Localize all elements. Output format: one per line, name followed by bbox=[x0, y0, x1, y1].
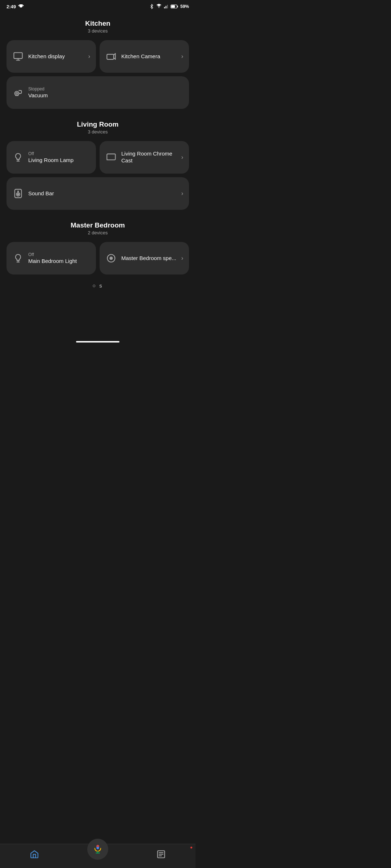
signal-icon bbox=[164, 4, 169, 9]
chevron-icon: › bbox=[88, 53, 90, 60]
vacuum-status: Stopped bbox=[28, 86, 183, 92]
kitchen-camera-name: Kitchen Camera bbox=[121, 53, 177, 60]
section-kitchen-title: Kitchen bbox=[0, 20, 196, 27]
living-room-lamp-info: Off Living Room Lamp bbox=[28, 151, 90, 164]
svg-rect-15 bbox=[107, 154, 115, 160]
svg-rect-2 bbox=[167, 5, 168, 8]
chevron-icon: › bbox=[181, 154, 183, 161]
svg-point-11 bbox=[15, 92, 19, 96]
living-room-lamp-card[interactable]: Off Living Room Lamp bbox=[7, 141, 96, 174]
master-bedroom-speaker-info: Master Bedroom spe... bbox=[121, 255, 177, 262]
bulb-icon bbox=[12, 152, 24, 163]
vacuum-name: Vacuum bbox=[28, 92, 183, 99]
section-masterbedroom-subtitle: 2 devices bbox=[0, 230, 196, 235]
section-masterbedroom-title: Master Bedroom bbox=[0, 221, 196, 229]
battery-icon bbox=[171, 4, 178, 9]
bulb-icon bbox=[12, 252, 24, 264]
livingroom-grid: Off Living Room Lamp Living Room Chrome … bbox=[0, 137, 196, 213]
status-right: 59% bbox=[149, 4, 189, 9]
section-livingroom-title: Living Room bbox=[0, 120, 196, 128]
battery-percent: 59% bbox=[180, 4, 189, 9]
section-kitchen-subtitle: 3 devices bbox=[0, 28, 196, 34]
bluetooth-icon bbox=[149, 4, 154, 9]
section-livingroom-header: Living Room 3 devices bbox=[0, 112, 196, 137]
monitor-icon bbox=[12, 51, 24, 62]
vacuum-info: Stopped Vacuum bbox=[28, 86, 183, 99]
kitchen-display-name: Kitchen display bbox=[28, 53, 84, 60]
living-room-lamp-name: Living Room Lamp bbox=[28, 157, 90, 164]
svg-rect-0 bbox=[164, 7, 165, 8]
time-display: 2:49 bbox=[7, 4, 16, 9]
master-bedroom-speaker-name: Master Bedroom spe... bbox=[121, 255, 177, 262]
kitchen-camera-info: Kitchen Camera bbox=[121, 53, 177, 60]
section-masterbedroom-header: Master Bedroom 2 devices bbox=[0, 213, 196, 238]
svg-rect-6 bbox=[14, 53, 22, 59]
chevron-icon: › bbox=[181, 190, 183, 197]
sound-bar-card[interactable]: Sound Bar › bbox=[7, 177, 189, 210]
svg-rect-4 bbox=[171, 5, 175, 8]
main-content: Kitchen 3 devices Kitchen display › Kitc… bbox=[0, 12, 196, 338]
speaker-icon bbox=[12, 188, 24, 199]
sound-bar-info: Sound Bar bbox=[28, 190, 177, 197]
section-livingroom-subtitle: 3 devices bbox=[0, 129, 196, 135]
chromecast-card[interactable]: Living Room Chrome Cast › bbox=[100, 141, 189, 174]
main-bedroom-light-info: Off Main Bedroom Light bbox=[28, 252, 90, 265]
main-bedroom-light-card[interactable]: Off Main Bedroom Light bbox=[7, 242, 96, 275]
chromecast-info: Living Room Chrome Cast bbox=[121, 150, 177, 164]
section-kitchen-header: Kitchen 3 devices bbox=[0, 12, 196, 37]
chromecast-icon bbox=[105, 152, 117, 163]
status-bar: 2:49 59% bbox=[0, 0, 196, 12]
wifi-icon bbox=[156, 4, 162, 9]
kitchen-camera-card[interactable]: Kitchen Camera › bbox=[100, 40, 189, 73]
svg-rect-9 bbox=[107, 54, 114, 59]
svg-rect-5 bbox=[177, 6, 178, 8]
status-left: 2:49 bbox=[7, 4, 24, 9]
chevron-icon: › bbox=[181, 255, 183, 261]
svg-point-19 bbox=[18, 191, 18, 192]
svg-point-18 bbox=[17, 194, 19, 195]
chevron-icon: › bbox=[181, 53, 183, 60]
living-room-lamp-status: Off bbox=[28, 151, 90, 156]
camera-icon bbox=[105, 51, 117, 62]
vacuum-card[interactable]: Stopped Vacuum bbox=[7, 76, 189, 109]
vacuum-icon bbox=[12, 87, 24, 98]
main-bedroom-light-name: Main Bedroom Light bbox=[28, 258, 90, 265]
kitchen-grid: Kitchen display › Kitchen Camera › bbox=[0, 37, 196, 112]
partial-text: ○ s bbox=[0, 278, 196, 291]
masterbedroom-grid: Off Main Bedroom Light Master Bedroom sp… bbox=[0, 238, 196, 278]
chromecast-name: Living Room Chrome Cast bbox=[121, 150, 177, 164]
master-bedroom-speaker-card[interactable]: Master Bedroom spe... › bbox=[100, 242, 189, 275]
kitchen-display-card[interactable]: Kitchen display › bbox=[7, 40, 96, 73]
sound-bar-name: Sound Bar bbox=[28, 190, 177, 197]
kitchen-display-info: Kitchen display bbox=[28, 53, 84, 60]
trophy-icon bbox=[18, 4, 24, 9]
svg-point-12 bbox=[16, 93, 18, 94]
main-bedroom-light-status: Off bbox=[28, 252, 90, 257]
svg-point-23 bbox=[111, 258, 112, 259]
home-indicator bbox=[76, 341, 119, 342]
speaker-round-icon bbox=[105, 252, 117, 264]
svg-rect-1 bbox=[165, 6, 166, 8]
